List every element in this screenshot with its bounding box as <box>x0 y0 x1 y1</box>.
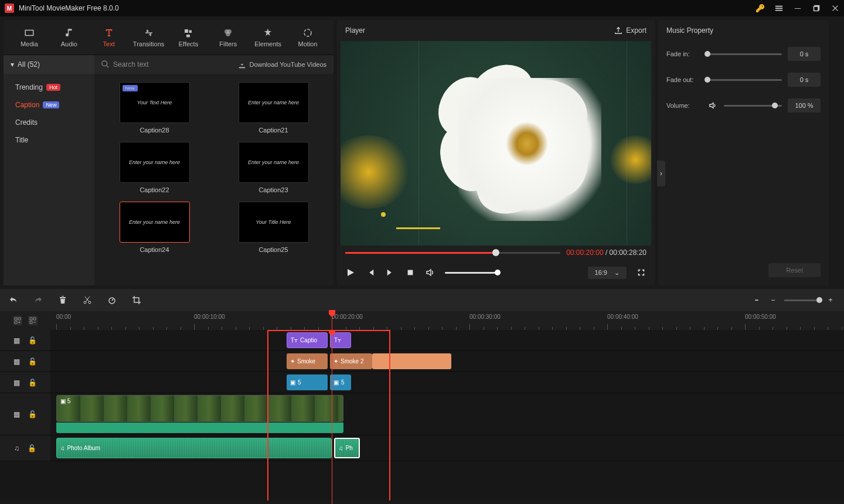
chevron-down-icon: ▾ <box>11 60 14 69</box>
category-caption[interactable]: CaptionNew <box>4 96 94 114</box>
category-credits[interactable]: Credits <box>4 114 94 131</box>
zoom-slider[interactable] <box>784 299 819 301</box>
lock-icon[interactable]: 🔓 <box>28 357 37 366</box>
properties-panel: › Music Property Fade in: 0 s Fade out: … <box>658 20 829 285</box>
asset-toolbar: Media Audio Text Transitions Effects Fil… <box>4 20 333 55</box>
volume-prop-slider[interactable] <box>724 105 782 107</box>
timeline-clip[interactable]: ▣5 <box>330 374 351 390</box>
crop-button[interactable] <box>131 295 142 305</box>
search-input[interactable]: Search text <box>101 60 149 69</box>
caption-card[interactable]: Enter your name hereCaption23 <box>223 142 324 193</box>
zoom-fit-button[interactable] <box>751 295 762 305</box>
tool-media[interactable]: Media <box>9 22 49 52</box>
timeline-clip[interactable]: ▣5 <box>287 374 328 390</box>
volume-prop-value[interactable]: 100 % <box>788 98 821 113</box>
caption-overlay-icon <box>381 212 386 217</box>
current-time: 00:00:20:00 <box>566 248 603 257</box>
caption-card[interactable]: NewYour Text HereCaption28 <box>104 82 205 134</box>
stop-button[interactable] <box>405 267 416 278</box>
timeline-clip[interactable]: ♫Ph <box>334 438 360 458</box>
caption-card[interactable]: Enter your name hereCaption21 <box>223 82 324 134</box>
player-canvas[interactable] <box>341 41 651 246</box>
minimize-icon[interactable] <box>794 4 802 12</box>
zoom-out-button[interactable]: − <box>768 295 778 305</box>
video-track-icon: ▦ <box>13 357 20 366</box>
category-sidebar: ▾All (52) TrendingHot CaptionNew Credits… <box>4 55 94 285</box>
timeline-clip[interactable]: ✦Smoke <box>287 353 328 369</box>
split-button[interactable] <box>82 295 93 305</box>
video-track: ▦🔓 ▣ 5 <box>0 393 844 435</box>
export-button[interactable]: Export <box>614 26 646 35</box>
fade-out-slider[interactable] <box>707 79 782 81</box>
reset-button[interactable]: Reset <box>768 263 821 277</box>
timeline-clip[interactable]: ♫Photo Album <box>56 438 332 458</box>
svg-point-3 <box>304 29 311 36</box>
prev-frame-button[interactable] <box>365 267 376 278</box>
zoom-in-button[interactable]: + <box>825 295 836 305</box>
chevron-down-icon: ⌄ <box>614 269 620 277</box>
pip-track: ▦🔓 ▣5▣5 <box>0 372 844 393</box>
speed-button[interactable] <box>107 295 117 305</box>
library-panel: Media Audio Text Transitions Effects Fil… <box>4 20 333 285</box>
delete-button[interactable] <box>57 295 68 305</box>
play-button[interactable] <box>345 267 356 278</box>
player-title: Player <box>345 26 365 35</box>
fade-out-label: Fade out: <box>666 76 702 83</box>
tool-elements[interactable]: Elements <box>248 22 288 52</box>
caption-card[interactable]: Enter your name hereCaption22 <box>104 142 205 193</box>
close-icon[interactable] <box>831 4 839 12</box>
caption-overlay-underline <box>396 227 440 229</box>
caption-card[interactable]: Your Title HereCaption25 <box>223 202 324 253</box>
add-track-button[interactable] <box>13 316 22 325</box>
svg-rect-5 <box>408 270 413 275</box>
maximize-icon[interactable] <box>812 4 821 12</box>
tool-filters[interactable]: Filters <box>208 22 248 52</box>
fade-in-value[interactable]: 0 s <box>788 47 821 61</box>
timeline-clip[interactable]: Tᴛ <box>330 332 351 348</box>
fade-out-value[interactable]: 0 s <box>788 73 821 87</box>
lock-icon[interactable]: 🔓 <box>28 410 37 418</box>
aspect-ratio-select[interactable]: 16:9⌄ <box>588 267 627 279</box>
tool-motion[interactable]: Motion <box>288 22 328 52</box>
undo-button[interactable] <box>8 295 19 305</box>
timeline-clip[interactable]: TᴛCaptio <box>287 332 328 348</box>
timeline-clip[interactable]: ▣ 5 <box>56 395 343 422</box>
timeline-ruler[interactable]: 00:0000:00:10:0000:00:20:0000:00:30:0000… <box>50 311 844 330</box>
lock-icon[interactable]: 🔓 <box>28 336 37 345</box>
collapse-props-button[interactable]: › <box>657 161 665 186</box>
svg-point-4 <box>102 61 107 66</box>
app-logo-icon: M <box>5 4 14 13</box>
volume-slider[interactable] <box>445 272 498 274</box>
progress-scrubber[interactable] <box>345 252 560 254</box>
next-frame-button[interactable] <box>385 267 396 278</box>
volume-prop-icon[interactable] <box>707 100 718 111</box>
category-header[interactable]: ▾All (52) <box>4 55 94 74</box>
tool-effects[interactable]: Effects <box>169 22 209 52</box>
tool-transitions[interactable]: Transitions <box>129 22 169 52</box>
fullscreen-button[interactable] <box>636 267 646 278</box>
props-title: Music Property <box>658 20 829 41</box>
fade-in-label: Fade in: <box>666 50 702 57</box>
app-title: MiniTool MovieMaker Free 8.0.0 <box>19 4 119 12</box>
category-trending[interactable]: TrendingHot <box>4 79 94 96</box>
category-title[interactable]: Title <box>4 131 94 149</box>
download-youtube-link[interactable]: Download YouTube Videos <box>238 60 327 69</box>
video-track-icon: ▦ <box>13 379 20 387</box>
lock-icon[interactable]: 🔓 <box>28 444 36 452</box>
license-key-icon[interactable] <box>756 4 764 12</box>
tool-text[interactable]: Text <box>89 22 129 52</box>
lock-icon[interactable]: 🔓 <box>28 379 37 387</box>
redo-button[interactable] <box>33 295 43 305</box>
effect-track: ▦🔓 ✦Smoke✦Smoke 2 <box>0 351 844 372</box>
volume-icon[interactable] <box>425 267 435 278</box>
remove-track-button[interactable] <box>28 316 38 325</box>
caption-card[interactable]: Enter your name hereCaption24 <box>104 202 205 253</box>
tool-audio[interactable]: Audio <box>49 22 89 52</box>
fade-in-slider[interactable] <box>707 53 782 55</box>
menu-icon[interactable] <box>775 4 783 12</box>
timeline-clip[interactable] <box>372 353 451 369</box>
caption-grid: NewYour Text HereCaption28Enter your nam… <box>94 74 333 285</box>
volume-label: Volume: <box>666 102 702 109</box>
titlebar: M MiniTool MovieMaker Free 8.0.0 <box>0 0 844 16</box>
timeline-clip[interactable]: ✦Smoke 2 <box>330 353 372 369</box>
